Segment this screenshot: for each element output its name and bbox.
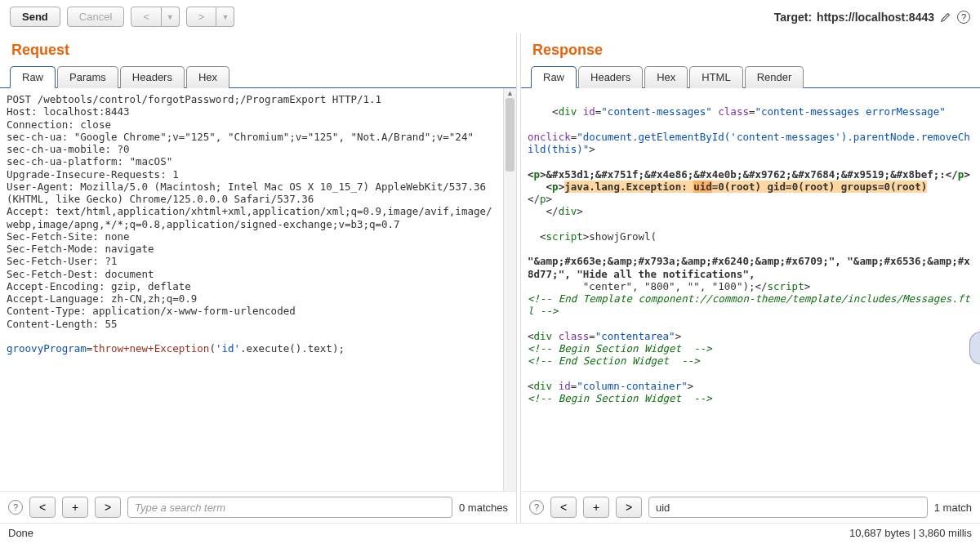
request-tabs: Raw Params Headers Hex [0, 65, 516, 88]
tab-hex[interactable]: Hex [186, 66, 229, 88]
help-icon[interactable]: ? [529, 500, 544, 515]
search-next-button[interactable]: > [616, 497, 642, 518]
history-back-group: < ▼ [131, 7, 180, 27]
search-next-button[interactable]: > [95, 497, 121, 518]
search-add-button[interactable]: + [583, 497, 609, 518]
scroll-up-icon[interactable]: ▲ [504, 88, 516, 98]
history-forward-dropdown[interactable]: ▼ [216, 7, 234, 27]
exception-text: java.lang.Exception: [564, 181, 693, 193]
help-icon[interactable]: ? [957, 11, 970, 24]
status-bar: Done 10,687 bytes | 3,860 millis [0, 523, 980, 544]
request-scrollbar[interactable]: ▲ [503, 88, 516, 491]
search-prev-button[interactable]: < [29, 497, 56, 518]
side-handle-icon[interactable] [969, 332, 980, 364]
history-back-dropdown[interactable]: ▼ [162, 7, 180, 27]
send-button[interactable]: Send [10, 7, 60, 27]
search-input[interactable] [648, 497, 928, 518]
request-searchbar: ? < + > 0 matches [0, 491, 516, 523]
response-editor[interactable]: <div id="content-messages" class="conten… [521, 88, 980, 491]
status-right: 10,687 bytes | 3,860 millis [849, 527, 972, 539]
status-left: Done [8, 527, 33, 539]
request-editor[interactable]: POST /webtools/control/forgotPassword;/P… [0, 88, 503, 491]
cancel-button: Cancel [67, 7, 124, 27]
target-display: Target: https://localhost:8443 ? [774, 11, 970, 24]
history-fwd-group: > ▼ [186, 7, 235, 27]
target-value: https://localhost:8443 [817, 11, 934, 24]
tab-hex[interactable]: Hex [644, 66, 688, 88]
history-back-button[interactable]: < [131, 7, 162, 27]
match-count: 0 matches [459, 502, 508, 514]
request-panel: Request Raw Params Headers Hex POST /web… [0, 33, 516, 523]
response-editor-wrap: <div id="content-messages" class="conten… [521, 88, 980, 491]
split-panels: Request Raw Params Headers Hex POST /web… [0, 33, 980, 523]
tab-params[interactable]: Params [57, 66, 118, 88]
request-title: Request [0, 33, 516, 65]
pencil-icon[interactable] [939, 11, 952, 24]
match-count: 1 match [934, 502, 972, 514]
tab-raw[interactable]: Raw [531, 66, 577, 88]
top-toolbar: Send Cancel < ▼ > ▼ Target: https://loca… [0, 0, 980, 33]
help-icon[interactable]: ? [8, 500, 23, 515]
tab-html[interactable]: HTML [689, 66, 742, 88]
response-tabs: Raw Headers Hex HTML Render [521, 65, 980, 88]
response-title: Response [521, 33, 980, 65]
target-label: Target: [774, 11, 812, 24]
body-param-name: groovyProgram [7, 342, 87, 354]
response-panel: Response Raw Headers Hex HTML Render <di… [521, 33, 980, 523]
request-editor-wrap: POST /webtools/control/forgotPassword;/P… [0, 88, 516, 491]
response-searchbar: ? < + > 1 match [521, 491, 980, 523]
search-add-button[interactable]: + [62, 497, 88, 518]
request-headers-text: POST /webtools/control/forgotPassword;/P… [7, 93, 492, 330]
tab-render[interactable]: Render [745, 66, 804, 88]
search-prev-button[interactable]: < [550, 497, 577, 518]
tab-headers[interactable]: Headers [578, 66, 643, 88]
search-input[interactable] [127, 497, 452, 518]
tab-raw[interactable]: Raw [10, 66, 56, 88]
scroll-thumb[interactable] [506, 98, 514, 172]
tab-headers[interactable]: Headers [120, 66, 185, 88]
history-forward-button[interactable]: > [186, 7, 217, 27]
